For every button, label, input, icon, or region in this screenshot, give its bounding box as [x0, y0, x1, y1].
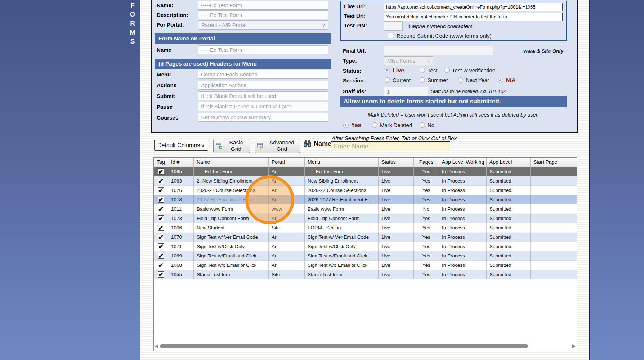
table-row[interactable]: ✔ 1078 26-27 Re-Enrollment Form Ar 2026-… [154, 195, 577, 204]
description-field[interactable] [198, 10, 328, 19]
table-row[interactable]: ✔ 1063 2- New Sibling Enrollment Ar New … [154, 176, 577, 186]
col-menu[interactable]: Menu [305, 158, 379, 167]
delete-option-yes[interactable]: Yes [343, 122, 361, 129]
final-url-field[interactable] [384, 46, 493, 55]
for-portal-select[interactable]: Parent - A/R Portal ∨ [198, 20, 328, 30]
basic-grid-button[interactable]: Basic Grid [213, 139, 250, 153]
scrollbar-thumb[interactable] [160, 344, 528, 348]
radio-icon[interactable] [420, 122, 425, 128]
cell-portal: Ar [269, 261, 305, 270]
cell-status: Live [379, 195, 414, 204]
cell-app-level: Submitted [487, 214, 531, 223]
session-option-next-year[interactable]: Next Year [458, 77, 489, 83]
checkbox-icon[interactable]: ✔ [158, 215, 164, 221]
table-row[interactable]: ✔ 1071 Sign Test w/Click Only Ar Sign Te… [154, 242, 577, 251]
col-app-level[interactable]: App Level [487, 158, 531, 167]
table-row[interactable]: ✔ 1068 Sign Test w/o Email or Click Ar S… [154, 261, 577, 270]
staff-ids-field[interactable] [384, 87, 428, 96]
submit-field[interactable] [198, 91, 328, 100]
checkbox-icon[interactable]: ✔ [158, 253, 164, 259]
pause-field[interactable] [198, 102, 328, 111]
search-input[interactable] [331, 141, 450, 151]
require-submit-checkbox[interactable] [388, 33, 393, 38]
columns-select[interactable]: Default Columns ∨ [154, 140, 208, 151]
test-pin-field[interactable] [384, 21, 403, 31]
checkbox-icon[interactable]: ✔ [158, 187, 164, 193]
checkbox-icon[interactable]: ✔ [158, 225, 164, 231]
advanced-grid-button[interactable]: Advanced Grid [255, 139, 300, 153]
delete-option-no[interactable]: No [420, 122, 434, 128]
checkbox-icon[interactable]: ✔ [158, 262, 164, 268]
session-option-summer[interactable]: Summer [420, 77, 448, 83]
radio-icon[interactable] [385, 68, 390, 73]
actions-field[interactable] [198, 81, 328, 90]
radio-icon[interactable] [343, 123, 349, 128]
scroll-left-icon[interactable] [155, 344, 158, 348]
radio-icon[interactable] [458, 77, 463, 83]
radio-icon[interactable] [420, 77, 425, 83]
portal-name-field[interactable] [198, 45, 328, 54]
checkbox-icon[interactable]: ✔ [158, 168, 164, 175]
table-row[interactable]: ✔ 1065 -----Ed Test Form Ar -----Ed Test… [154, 167, 577, 176]
cell-name: Basic www Form [194, 204, 269, 214]
col-app-level-working[interactable]: App Level Working [439, 158, 487, 167]
status-option-live[interactable]: Live [385, 67, 404, 74]
name-field[interactable] [198, 1, 328, 10]
forms-grid: Tag Id # Name Portal Menu Status Pages A… [153, 157, 577, 351]
cell-start-page [531, 251, 577, 261]
cell-id: 1070 [168, 233, 194, 242]
checkbox-icon[interactable]: ✔ [158, 271, 164, 278]
live-url-field[interactable] [384, 3, 563, 11]
table-row[interactable]: ✔ 1073 Field Trip Consent Form Ar Field … [154, 214, 577, 223]
test-url-field[interactable] [384, 13, 563, 21]
table-row[interactable]: ✔ 1011 Basic www Form www Basic www Form… [154, 204, 577, 214]
cell-app-level-working: In Process [439, 233, 487, 242]
menu-label: Menu [157, 71, 171, 77]
radio-icon[interactable] [444, 68, 450, 73]
checkbox-icon[interactable]: ✔ [158, 206, 164, 212]
grid-body: ✔ 1065 -----Ed Test Form Ar -----Ed Test… [154, 167, 577, 279]
col-start-page[interactable]: Start Page [531, 158, 577, 167]
description-label: Description: [157, 12, 188, 18]
delete-option-mark-deleted[interactable]: Mark Deleted [372, 122, 412, 128]
col-portal[interactable]: Portal [269, 158, 305, 167]
col-pages[interactable]: Pages [414, 158, 439, 167]
columns-select-value: Default Columns [157, 142, 200, 149]
checkbox-icon[interactable]: ✔ [158, 243, 164, 249]
table-row[interactable]: ✔ 1076 2026-27 Course Selections Ar 2026… [154, 186, 577, 195]
col-tag[interactable]: Tag [154, 158, 168, 167]
table-row[interactable]: ✔ 1006 New Student Site FORM - Sibling L… [154, 223, 577, 233]
session-option-na[interactable]: N/A [498, 77, 516, 84]
horizontal-scrollbar[interactable] [155, 343, 576, 349]
allow-delete-bar: Allow users to delete forms started but … [340, 96, 567, 107]
radio-icon[interactable] [372, 122, 377, 128]
col-id[interactable]: Id # [168, 158, 194, 167]
cell-id: 1006 [168, 223, 194, 233]
checkbox-icon[interactable]: ✔ [158, 234, 164, 240]
col-status[interactable]: Status [379, 158, 414, 167]
scroll-right-icon[interactable] [572, 344, 576, 348]
cell-start-page [531, 186, 577, 195]
menu-field[interactable] [198, 70, 328, 79]
radio-icon[interactable] [498, 78, 503, 83]
sidebar-tab-forms[interactable]: F O R M S [126, 1, 139, 46]
table-row[interactable]: ✔ 1055 Stacie Test form Site Stacie Test… [154, 270, 577, 279]
cell-start-page [531, 261, 577, 270]
status-option-test-w-verification[interactable]: Test w Verification [444, 67, 495, 73]
radio-icon[interactable] [385, 77, 390, 83]
cell-status: Live [379, 176, 414, 186]
search-field-header: Name [303, 140, 331, 148]
cell-name: Sign Test w/ Ver Email Code [194, 233, 269, 242]
type-select[interactable]: Misc Forms ∨ [384, 56, 433, 65]
table-row[interactable]: ✔ 1069 Sign Test w/Email and Click ... A… [154, 251, 577, 261]
staff-ids-label: Staff Ids: [343, 88, 366, 94]
checkbox-icon[interactable]: ✔ [158, 178, 164, 184]
col-name[interactable]: Name [194, 158, 269, 167]
checkbox-icon[interactable]: ✔ [158, 197, 164, 203]
courses-field[interactable] [198, 113, 328, 122]
radio-icon[interactable] [420, 68, 425, 73]
table-row[interactable]: ✔ 1070 Sign Test w/ Ver Email Code Ar Si… [154, 233, 577, 242]
session-option-current[interactable]: Current [385, 77, 411, 83]
basic-grid-label: Basic Grid [225, 139, 247, 152]
status-option-test[interactable]: Test [420, 67, 438, 73]
